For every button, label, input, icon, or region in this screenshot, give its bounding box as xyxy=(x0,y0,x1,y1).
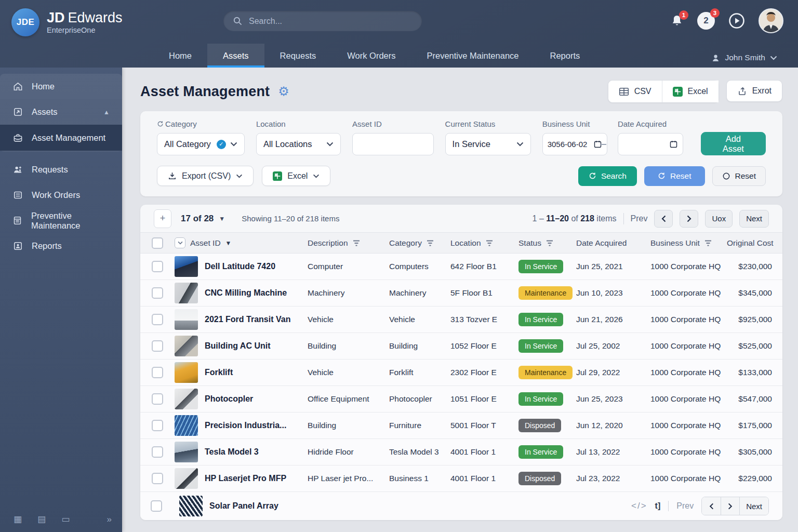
col-status[interactable]: Status xyxy=(518,238,541,248)
row-checkbox[interactable] xyxy=(152,473,163,484)
table-row[interactable]: Building AC Unit Building Building 1052 … xyxy=(140,333,782,360)
sidebar-collapse-icon[interactable]: » xyxy=(107,514,112,525)
table-row[interactable]: Dell Latitude 7420 Computer Computers 64… xyxy=(140,254,782,280)
col-asset-id[interactable]: Asset ID xyxy=(190,238,221,248)
category-select[interactable]: All Category ✓ xyxy=(157,133,245,155)
sidebar-item-asset-management[interactable]: Asset Management xyxy=(0,125,122,151)
sidebar-item-work-orders[interactable]: Work Orders xyxy=(0,182,122,208)
col-date-acquired[interactable]: Date Acquired xyxy=(576,238,627,248)
top-header: JDE JDEdwards EnterpriseOne Search... 1 … xyxy=(0,0,798,68)
page-back-button[interactable] xyxy=(654,210,673,228)
table-row[interactable]: Photocopler Office Equipment Photocopler… xyxy=(140,386,782,413)
table-row[interactable]: HP Laserjet Pro MFP HP Laser jet Pro... … xyxy=(140,466,782,492)
col-description[interactable]: Description xyxy=(308,238,348,248)
sidebar-item-assets[interactable]: Assets ▲ xyxy=(0,99,122,125)
add-row-button[interactable]: + xyxy=(154,209,171,228)
row-checkbox[interactable] xyxy=(152,340,163,352)
sidebar-item-reports[interactable]: Reports xyxy=(0,233,122,259)
grid-view-icon[interactable]: ▦ xyxy=(14,514,22,525)
filter-icon[interactable] xyxy=(486,240,493,246)
selection-count[interactable]: 17 of 28 ▼ xyxy=(181,214,225,224)
export-button[interactable]: Exrot xyxy=(726,80,782,102)
notifications-button[interactable]: 1 xyxy=(670,14,684,28)
row-checkbox[interactable] xyxy=(152,261,163,272)
asset-cost: $345,000 xyxy=(725,288,782,298)
row-checkbox[interactable] xyxy=(151,500,162,512)
csv-button[interactable]: CSV xyxy=(608,81,662,102)
table-row[interactable]: Forklift Vehicle Forklift 2302 Floor E M… xyxy=(140,360,782,386)
next-button[interactable]: Next xyxy=(739,210,769,228)
sidebar-item-requests[interactable]: Requests xyxy=(0,157,122,182)
row-checkbox[interactable] xyxy=(152,446,163,458)
page-forward-button[interactable] xyxy=(721,497,739,515)
excel-button[interactable]: Excel xyxy=(662,81,719,102)
prev-link[interactable]: Prev xyxy=(676,501,694,511)
row-checkbox[interactable] xyxy=(152,420,163,431)
page-back-button[interactable] xyxy=(702,497,721,515)
prev-link[interactable]: Prev xyxy=(631,214,648,223)
filter-icon[interactable] xyxy=(353,240,360,246)
status-badge: Disposed xyxy=(518,419,561,432)
filter-icon[interactable] xyxy=(704,240,712,246)
reset-button-blue[interactable]: Reset xyxy=(644,166,705,186)
current-status-select[interactable]: In Service xyxy=(445,133,531,155)
card-view-icon[interactable]: ▭ xyxy=(61,514,70,525)
showing-text: Showing 11–20 of 218 items xyxy=(242,214,339,223)
chevron-up-icon: ▲ xyxy=(103,109,110,116)
nav-tab[interactable]: Requests xyxy=(264,44,332,68)
reset-button-plain[interactable]: Reset xyxy=(712,166,766,186)
sidebar-item-preventive-maintenance[interactable]: Preventive Maintenance xyxy=(0,208,122,233)
export-csv-button[interactable]: Export (CSV) xyxy=(157,166,254,186)
table-row[interactable]: Precision Industria... Building Furnitur… xyxy=(140,413,782,439)
nav-tab[interactable]: Reports xyxy=(535,44,596,68)
table-row[interactable]: CNC Milling Machine Machinery Machinery … xyxy=(140,280,782,307)
add-asset-button[interactable]: Add Asset xyxy=(701,132,766,155)
date-range-dash xyxy=(600,144,606,145)
help-button[interactable]: 2 3 xyxy=(697,12,715,30)
nav-tab[interactable]: Home xyxy=(153,44,207,68)
code-icon[interactable]: </> xyxy=(631,501,647,511)
col-location[interactable]: Location xyxy=(450,238,481,248)
date-acquired-input[interactable] xyxy=(618,133,683,155)
nav-tab[interactable]: Assets xyxy=(207,44,264,68)
business-unit-label: Business Unit xyxy=(542,119,608,128)
excel-dropdown-button[interactable]: Excel xyxy=(262,166,330,186)
next-button[interactable]: Next xyxy=(739,497,768,515)
filter-icon[interactable] xyxy=(546,240,553,246)
business-unit-date-input[interactable]: 3056-06-02 xyxy=(542,133,608,155)
select-all-checkbox[interactable] xyxy=(152,237,163,249)
search-button[interactable]: Search xyxy=(578,166,637,186)
move-sort-icon[interactable]: t] xyxy=(655,501,661,511)
sidebar-item-home[interactable]: Home xyxy=(0,74,122,99)
page-forward-button[interactable] xyxy=(680,210,698,228)
sort-desc-icon[interactable]: ▼ xyxy=(225,240,232,247)
row-checkbox[interactable] xyxy=(152,314,163,325)
location-select[interactable]: All Locations xyxy=(256,133,341,155)
filter-icon[interactable] xyxy=(427,240,434,246)
row-checkbox[interactable] xyxy=(152,393,163,405)
column-select-dropdown[interactable] xyxy=(175,237,185,248)
global-search-input[interactable]: Search... xyxy=(223,11,422,31)
nav-tab[interactable]: Work Orders xyxy=(331,44,411,68)
col-business-unit[interactable]: Business Unit xyxy=(650,238,700,248)
table-row[interactable]: 2021 Ford Transit Van Vehicle Vehicle 31… xyxy=(140,307,782,333)
search-icon xyxy=(233,16,243,26)
user-avatar[interactable] xyxy=(759,8,783,33)
brand: JDE JDEdwards EnterpriseOne xyxy=(11,8,123,36)
gear-icon[interactable]: ⚙ xyxy=(278,85,289,98)
table-row[interactable]: Tesla Model 3 Hidride Floor Tesla Model … xyxy=(140,439,782,466)
row-checkbox[interactable] xyxy=(152,287,163,299)
row-checkbox[interactable] xyxy=(152,367,163,378)
asset-id-input[interactable] xyxy=(352,133,433,155)
status-badge: In Service xyxy=(518,260,563,273)
asset-category: Tesla Model 3 xyxy=(387,447,448,457)
uox-button[interactable]: Uox xyxy=(705,210,733,228)
asset-location: 642 Floor B1 xyxy=(448,262,516,271)
col-category[interactable]: Category xyxy=(389,238,422,248)
user-menu[interactable]: John Smith xyxy=(711,53,777,62)
play-button[interactable] xyxy=(728,12,745,29)
col-original-cost[interactable]: Original Cost xyxy=(727,238,774,248)
asset-category: Furniture xyxy=(387,421,448,430)
list-view-icon[interactable]: ▤ xyxy=(37,514,46,525)
nav-tab[interactable]: Preventive Maintenance xyxy=(411,44,534,68)
